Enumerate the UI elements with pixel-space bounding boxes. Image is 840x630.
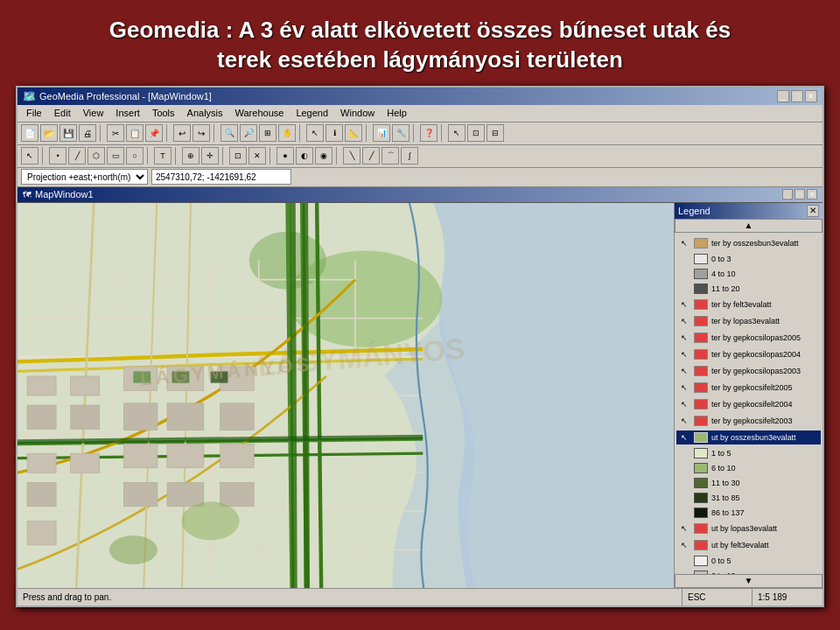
save-button[interactable]: 💾 <box>60 124 77 142</box>
svg-rect-31 <box>27 405 56 430</box>
zoom-extent-button[interactable]: ⊞ <box>259 124 276 142</box>
paste-button[interactable]: 📌 <box>145 124 163 142</box>
legend-item-ter-osszes[interactable]: ↖ ter by osszesbun3evalatt <box>676 236 821 250</box>
legend-item-gepkocsifelt2003[interactable]: ↖ ter by gepkocsifelt2003 <box>676 414 821 428</box>
legend-item-ut-felt[interactable]: ↖ ut by felt3evalatt <box>676 538 821 552</box>
svg-rect-21 <box>167 402 204 430</box>
menu-bar: File Edit View Insert Tools Analysis War… <box>18 105 822 122</box>
menu-legend[interactable]: Legend <box>290 106 333 120</box>
inner-maximize-button[interactable]: □ <box>794 189 805 200</box>
add-legend-button[interactable]: 📊 <box>373 124 390 142</box>
svg-rect-20 <box>123 402 158 430</box>
close-button[interactable]: ✕ <box>805 90 817 102</box>
legend-item-ut-osszes[interactable]: ↖ ut by osszesbun3evalatt <box>676 430 821 444</box>
svg-rect-28 <box>167 482 204 507</box>
draw-text[interactable]: T <box>154 147 172 164</box>
pan-button[interactable]: ✋ <box>278 124 296 142</box>
extra1-button[interactable]: ⊡ <box>467 124 485 142</box>
menu-window[interactable]: Window <box>335 106 380 120</box>
line-tool2[interactable]: ╱ <box>362 147 380 164</box>
maximize-button[interactable]: □ <box>791 90 803 102</box>
svg-rect-29 <box>220 482 255 507</box>
draw-point[interactable]: • <box>49 147 66 164</box>
page-background: Geomedia : A 3 év alatt elkövetett össze… <box>0 0 840 630</box>
inner-window-title: MapWindow1 <box>35 189 94 200</box>
node-edit[interactable]: ⊕ <box>182 147 200 164</box>
identify-button[interactable]: ℹ <box>326 124 343 142</box>
svg-rect-33 <box>27 482 56 507</box>
new-button[interactable]: 📄 <box>21 124 38 142</box>
menu-edit[interactable]: Edit <box>49 106 76 120</box>
node-move[interactable]: ✛ <box>201 147 219 164</box>
arc-tool[interactable]: ⌒ <box>382 147 399 164</box>
del-node[interactable]: ✕ <box>248 147 266 164</box>
menu-view[interactable]: View <box>78 106 109 120</box>
snap-button[interactable]: ⊡ <box>229 147 247 164</box>
help-button[interactable]: ❓ <box>420 124 438 142</box>
open-button[interactable]: 📂 <box>40 124 58 142</box>
draw-poly[interactable]: ⬡ <box>88 147 105 164</box>
map-area[interactable]: LÁGYMÁNYOS LÁGYMÁNYOS <box>18 203 674 588</box>
draw-select[interactable]: ↖ <box>21 147 38 164</box>
inner-map-icon: 🗺 <box>23 190 32 200</box>
properties-button[interactable]: 🔧 <box>392 124 410 142</box>
copy-button[interactable]: 📋 <box>126 124 144 142</box>
legend-scroll-up[interactable]: ▲ <box>675 219 822 233</box>
projection-bar: Projection +east;+north(m) 2547310,72; -… <box>18 168 822 187</box>
label-4-10: 4 to 10 <box>711 270 736 278</box>
dot-btn1[interactable]: ● <box>276 147 294 164</box>
legend-item-gepkocs2005[interactable]: ↖ ter by gepkocsilopas2005 <box>676 331 821 345</box>
inner-minimize-button[interactable]: _ <box>782 189 793 200</box>
menu-tools[interactable]: Tools <box>147 106 180 120</box>
legend-swatch-0-5: 0 to 5 <box>676 555 821 567</box>
menu-analysis[interactable]: Analysis <box>182 106 228 120</box>
redo-button[interactable]: ↪ <box>192 124 210 142</box>
legend-scroll-down[interactable]: ▼ <box>675 574 822 588</box>
menu-warehouse[interactable]: Warehouse <box>230 106 290 120</box>
projection-select[interactable]: Projection +east;+north(m) <box>21 169 148 185</box>
main-content: LÁGYMÁNYOS LÁGYMÁNYOS <box>18 203 822 588</box>
svg-rect-25 <box>167 444 204 468</box>
cut-button[interactable]: ✂ <box>107 124 124 142</box>
svg-rect-30 <box>27 376 56 396</box>
dot-btn3[interactable]: ◉ <box>315 147 332 164</box>
legend-item-gepkocs2003[interactable]: ↖ ter by gepkocsilopas2003 <box>676 364 821 378</box>
app-window: 🗺️ GeoMedia Professional - [MapWindow1] … <box>16 86 824 607</box>
print-button[interactable]: 🖨 <box>79 124 96 142</box>
undo-button[interactable]: ↩ <box>173 124 191 142</box>
swatch-0-3 <box>694 254 708 264</box>
draw-line[interactable]: ╱ <box>68 147 86 164</box>
measure-button[interactable]: 📐 <box>345 124 362 142</box>
legend-item-gepkocsifelt2004[interactable]: ↖ ter by gepkocsifelt2004 <box>676 397 821 411</box>
draw-circle[interactable]: ○ <box>126 147 144 164</box>
legend-close-button[interactable]: ✕ <box>807 205 819 217</box>
legend-content[interactable]: ↖ ter by osszesbun3evalatt 0 to 3 4 to 1… <box>675 233 822 574</box>
menu-insert[interactable]: Insert <box>110 106 145 120</box>
zoom-in-button[interactable]: 🔍 <box>220 124 238 142</box>
menu-help[interactable]: Help <box>382 106 412 120</box>
dot-btn2[interactable]: ◐ <box>296 147 313 164</box>
label-11-20: 11 to 20 <box>711 284 740 293</box>
menu-file[interactable]: File <box>21 106 47 120</box>
legend-item-ut-lopas[interactable]: ↖ ut by lopas3evalatt <box>676 522 821 536</box>
status-key: ESC <box>682 589 752 606</box>
minimize-button[interactable]: _ <box>777 90 789 102</box>
legend-title-bar: Legend ✕ <box>675 203 822 219</box>
curve-tool[interactable]: ∫ <box>401 147 418 164</box>
legend-item-gepkocsifelt2005[interactable]: ↖ ter by gepkocsifelt2005 <box>676 381 821 395</box>
legend-item-felt3[interactable]: ↖ ter by felt3evalatt <box>676 298 821 312</box>
cursor-button[interactable]: ↖ <box>448 124 466 142</box>
map-svg: LÁGYMÁNYOS <box>18 203 674 588</box>
app-icon: 🗺️ <box>23 90 36 102</box>
legend-item-gepkocs2004[interactable]: ↖ ter by gepkocsilopas2004 <box>676 347 821 361</box>
zoom-out-button[interactable]: 🔎 <box>240 124 257 142</box>
svg-rect-26 <box>220 444 255 468</box>
extra2-button[interactable]: ⊟ <box>486 124 504 142</box>
select-button[interactable]: ↖ <box>306 124 324 142</box>
inner-close-button[interactable]: ✕ <box>807 189 817 200</box>
legend-item-lopas3[interactable]: ↖ ter by lopas3evalatt <box>676 314 821 328</box>
line-tool1[interactable]: ╲ <box>343 147 360 164</box>
swatch-4-10 <box>694 269 708 279</box>
draw-rect[interactable]: ▭ <box>107 147 124 164</box>
inner-window-title-bar: 🗺 MapWindow1 _ □ ✕ <box>18 187 822 203</box>
